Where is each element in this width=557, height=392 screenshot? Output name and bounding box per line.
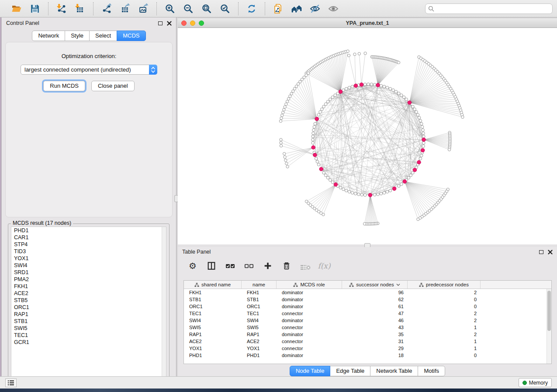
- zoom-fit-button[interactable]: [201, 3, 213, 15]
- open-session-button[interactable]: [10, 3, 23, 15]
- scrollbar-thumb[interactable]: [547, 291, 551, 331]
- result-node-item[interactable]: YOX1: [11, 255, 166, 262]
- deselect-all-button[interactable]: [243, 260, 255, 272]
- column-header-successor-nodes[interactable]: successor nodes: [342, 281, 408, 289]
- function-builder-button[interactable]: f(x): [318, 260, 330, 272]
- result-node-item[interactable]: CAR1: [11, 234, 166, 241]
- clone-network-button[interactable]: [272, 3, 284, 15]
- run-mcds-button[interactable]: Run MCDS: [43, 81, 85, 91]
- import-table-button[interactable]: [74, 3, 86, 15]
- delete-table-button[interactable]: [300, 260, 311, 272]
- table-cell: connector: [277, 325, 342, 330]
- result-node-item[interactable]: SRD1: [11, 269, 166, 276]
- tab-node-table[interactable]: Node Table: [290, 366, 331, 376]
- table-cell: PHD1: [242, 353, 277, 358]
- export-table-button[interactable]: [119, 3, 131, 15]
- memory-status-icon: [522, 381, 527, 385]
- tab-network-table[interactable]: Network Table: [370, 366, 418, 376]
- column-header-predecessor-nodes[interactable]: predecessor nodes: [408, 281, 481, 289]
- memory-button[interactable]: Memory: [519, 378, 552, 387]
- column-label: successor nodes: [356, 282, 394, 287]
- list-icon: [7, 380, 14, 386]
- gear-button[interactable]: ⚙: [187, 260, 198, 272]
- result-list-scrollbar[interactable]: [162, 227, 166, 380]
- tab-style[interactable]: Style: [65, 31, 90, 41]
- float-panel-icon[interactable]: [539, 250, 543, 254]
- table-row[interactable]: ACE2ACE2connector311: [184, 338, 547, 345]
- eye-slash-icon: [309, 3, 321, 14]
- home-networks-button[interactable]: [291, 3, 303, 15]
- task-history-button[interactable]: [5, 378, 17, 387]
- search-input[interactable]: [436, 4, 550, 13]
- close-panel-icon[interactable]: [548, 250, 553, 254]
- result-node-item[interactable]: TID3: [11, 248, 166, 255]
- result-node-item[interactable]: PMA2: [11, 276, 166, 283]
- float-panel-icon[interactable]: [158, 21, 163, 25]
- table-row[interactable]: PHD1PHD1dominator180: [184, 352, 547, 359]
- tab-mcds[interactable]: MCDS: [117, 31, 145, 41]
- table-tabbar: Node TableEdge TableNetwork TableMotifs: [290, 366, 445, 376]
- tab-select[interactable]: Select: [89, 31, 117, 41]
- result-node-item[interactable]: STP4: [11, 241, 166, 248]
- column-header-MCDS-role[interactable]: MCDS role: [277, 281, 342, 289]
- result-node-item[interactable]: ORC1: [11, 304, 166, 311]
- delete-column-button[interactable]: [281, 260, 292, 272]
- result-node-item[interactable]: SWI4: [11, 262, 166, 269]
- close-window-icon[interactable]: [181, 21, 187, 26]
- result-node-item[interactable]: PHD1: [11, 227, 166, 234]
- eye-button[interactable]: [327, 3, 339, 15]
- network-canvas[interactable]: [178, 28, 557, 244]
- table-row[interactable]: ORC1ORC1dominator610: [184, 303, 547, 310]
- result-node-item[interactable]: GCR1: [11, 339, 166, 346]
- result-node-item[interactable]: SWI5: [11, 325, 166, 332]
- table-cell: SWI4: [242, 318, 277, 323]
- select-all-button[interactable]: [225, 260, 236, 272]
- table-scrollbar[interactable]: [547, 289, 551, 364]
- column-label: predecessor nodes: [426, 282, 469, 287]
- toolbar-icon-groups: [3, 0, 425, 17]
- table-cell: 46: [342, 318, 408, 323]
- tree-icon: [349, 282, 354, 287]
- result-node-item[interactable]: FKH1: [11, 283, 166, 290]
- result-node-item[interactable]: RAP1: [11, 311, 166, 318]
- close-panel-button[interactable]: Close panel: [91, 81, 135, 91]
- result-node-item[interactable]: STB5: [11, 297, 166, 304]
- column-header-name[interactable]: name: [242, 281, 277, 289]
- export-image-button[interactable]: [137, 3, 149, 15]
- tab-network[interactable]: Network: [32, 31, 65, 41]
- table-cell: SWI4: [184, 318, 242, 323]
- table-row[interactable]: SWI5SWI5connector431: [184, 324, 547, 331]
- tab-motifs[interactable]: Motifs: [418, 366, 445, 376]
- zoom-in-button[interactable]: [164, 3, 176, 15]
- table-cell: dominator: [277, 304, 342, 309]
- criterion-select[interactable]: largest connected component (undirected): [21, 65, 157, 75]
- table-row[interactable]: SWI4SWI4dominator462: [184, 317, 547, 324]
- result-node-item[interactable]: ACE2: [11, 290, 166, 297]
- import-network-button[interactable]: [55, 3, 68, 15]
- table-cell: 61: [342, 304, 408, 309]
- zoom-out-button[interactable]: [182, 3, 194, 15]
- table-row[interactable]: YOX1YOX1connector291: [184, 345, 547, 352]
- add-column-button[interactable]: [262, 260, 273, 272]
- search-icon: [428, 6, 434, 12]
- export-network-button[interactable]: [100, 3, 113, 15]
- table-row[interactable]: TEC1TEC1connector472: [184, 310, 547, 317]
- table-row[interactable]: FKH1FKH1dominator962: [184, 289, 547, 296]
- result-node-item[interactable]: TEC1: [11, 332, 166, 339]
- close-panel-icon[interactable]: [167, 21, 172, 26]
- search-box[interactable]: [425, 3, 553, 14]
- column-header-shared-name[interactable]: shared name: [184, 281, 242, 289]
- table-cell: TEC1: [184, 311, 242, 316]
- minimize-window-icon[interactable]: [190, 21, 195, 26]
- criterion-selected-value: largest connected component (undirected): [21, 66, 149, 73]
- maximize-window-icon[interactable]: [199, 21, 204, 26]
- tab-edge-table[interactable]: Edge Table: [330, 366, 370, 376]
- result-node-item[interactable]: STB1: [11, 318, 166, 325]
- columns-button[interactable]: [206, 260, 217, 272]
- zoom-selected-button[interactable]: [219, 3, 231, 15]
- refresh-layout-button[interactable]: [246, 3, 258, 15]
- eye-slash-button[interactable]: [309, 3, 321, 15]
- table-row[interactable]: RAP1RAP1dominator352: [184, 331, 547, 338]
- save-session-button[interactable]: [29, 3, 41, 15]
- table-row[interactable]: STB1STB1dominator620: [184, 296, 547, 303]
